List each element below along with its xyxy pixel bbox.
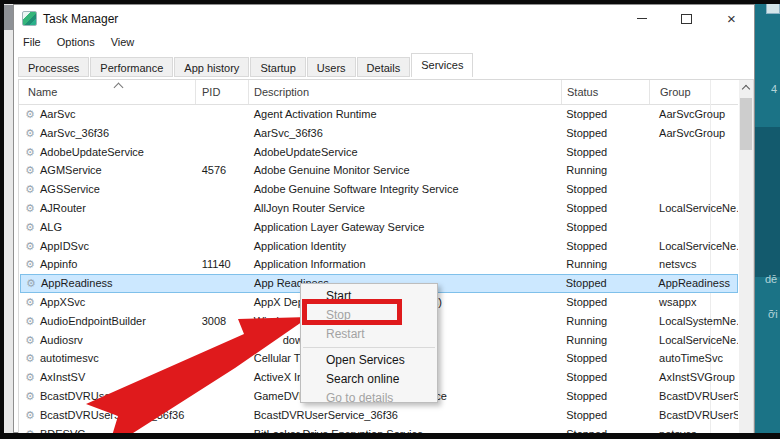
service-name: Appinfo [40, 255, 77, 274]
service-gear-icon: ⚙ [23, 105, 37, 124]
watermark-fragment: 4 [771, 83, 777, 95]
service-name: AudioEndpointBuilder [40, 312, 146, 331]
service-name-cell: ⚙AJRouter [20, 199, 196, 218]
service-group [649, 143, 738, 162]
service-status: Stopped [561, 387, 649, 406]
tab-performance[interactable]: Performance [90, 57, 173, 77]
service-row[interactable]: ⚙AarSvc_36f36 AarSvc_36f36 Stopped AarSv… [20, 124, 738, 143]
service-pid [196, 387, 249, 406]
close-button[interactable]: × [709, 5, 754, 32]
column-header-group[interactable]: Group [649, 80, 738, 104]
menu-bar: File Options View [14, 32, 142, 51]
maximize-button[interactable] [664, 5, 709, 32]
context-menu-item-go-to-details[interactable]: Go to details [301, 389, 437, 408]
service-name-cell: ⚙AGSService [20, 180, 196, 199]
service-name: AppXSvc [40, 293, 85, 312]
service-group: netsvcs [649, 255, 738, 274]
titlebar[interactable]: Task Manager × [14, 5, 754, 32]
tab-users[interactable]: Users [307, 57, 356, 77]
screenshot-canvas: 4 dē ỡi Task Manager × File Options View… [0, 0, 780, 439]
service-gear-icon: ⚙ [23, 237, 37, 256]
minimize-button[interactable] [619, 5, 664, 32]
service-group [649, 161, 738, 180]
service-name-cell: ⚙AppXSvc [20, 293, 196, 312]
service-status: Stopped [561, 180, 649, 199]
service-gear-icon: ⚙ [23, 406, 37, 425]
service-name-cell: ⚙AGMService [20, 161, 196, 180]
service-name-cell: ⚙AarSvc [20, 105, 196, 124]
tab-processes[interactable]: Processes [18, 57, 89, 77]
service-group: LocalServiceNe... [649, 199, 738, 218]
menu-options[interactable]: Options [49, 36, 103, 48]
service-row[interactable]: ⚙AppIDSvc Application Identity Stopped L… [20, 237, 738, 256]
close-icon: × [727, 11, 736, 26]
column-header-pid[interactable]: PID [195, 80, 248, 104]
context-menu-item-restart[interactable]: Restart [301, 325, 437, 344]
task-manager-icon [22, 11, 37, 26]
service-group: AarSvcGroup [649, 105, 738, 124]
service-name: AppIDSvc [40, 237, 89, 256]
service-name-cell: ⚙AarSvc_36f36 [20, 124, 196, 143]
service-name-cell: ⚙BcastDVRUserService [20, 387, 196, 406]
tab-services[interactable]: Services [411, 53, 473, 77]
maximize-icon [681, 14, 692, 24]
service-pid: 4576 [196, 161, 249, 180]
column-header-name[interactable]: Name [19, 80, 195, 104]
service-name-cell: ⚙BcastDVRUserService_36f36 [20, 406, 196, 425]
watermark-fragment: dē [765, 273, 777, 285]
service-name: AGMService [40, 161, 102, 180]
service-row[interactable]: ⚙AarSvc Agent Activation Runtime Stopped… [20, 105, 738, 124]
service-status: Running [561, 255, 649, 274]
column-header-status[interactable]: Status [561, 80, 649, 104]
service-description: Application Layer Gateway Service [249, 218, 562, 237]
menu-file[interactable]: File [14, 36, 49, 48]
column-header-description[interactable]: Description [248, 80, 561, 104]
tab-details[interactable]: Details [357, 57, 411, 77]
tab-app-history[interactable]: App history [174, 57, 249, 77]
context-menu-item-start[interactable]: Start [301, 287, 437, 306]
teal-background-dark-band [755, 127, 780, 277]
service-pid [196, 143, 249, 162]
service-group: BcastDVRUserS... [649, 406, 738, 425]
service-row[interactable]: ⚙BcastDVRUserService_36f36 BcastDVRUserS… [20, 406, 738, 425]
minimize-icon [637, 18, 647, 19]
vertical-scrollbar[interactable] [739, 80, 753, 433]
service-description: Agent Activation Runtime [249, 105, 562, 124]
frame-border-bottom [0, 433, 780, 439]
context-menu-item-stop[interactable]: Stop [301, 306, 437, 325]
menu-view[interactable]: View [103, 36, 143, 48]
service-row[interactable]: ⚙AJRouter AllJoyn Router Service Stopped… [20, 199, 738, 218]
service-pid [196, 349, 249, 368]
service-pid [196, 124, 249, 143]
service-status: Stopped [561, 199, 649, 218]
context-menu-item-open-services[interactable]: Open Services [301, 351, 437, 370]
table-header: Name PID Description Status Group [19, 80, 738, 105]
service-gear-icon: ⚙ [23, 161, 37, 180]
service-description: Adobe Genuine Monitor Service [249, 161, 562, 180]
service-row[interactable]: ⚙AdobeUpdateService AdobeUpdateService S… [20, 143, 738, 162]
scroll-up-button[interactable] [739, 80, 753, 95]
service-status: Running [561, 312, 649, 331]
context-menu-separator [303, 347, 435, 348]
service-row[interactable]: ⚙AGMService 4576 Adobe Genuine Monitor S… [20, 161, 738, 180]
service-name: AxInstSV [40, 368, 85, 387]
service-name: AdobeUpdateService [40, 143, 144, 162]
service-row[interactable]: ⚙Appinfo 11140 Application Information R… [20, 255, 738, 274]
service-row[interactable]: ⚙ALG Application Layer Gateway Service S… [20, 218, 738, 237]
service-description: Application Information [249, 255, 562, 274]
service-name: AarSvc [40, 105, 75, 124]
service-status: Stopped [561, 105, 649, 124]
service-description: Application Identity [249, 237, 562, 256]
scrollbar-thumb[interactable] [740, 98, 752, 150]
service-group: LocalServiceNe... [649, 331, 738, 350]
service-name-cell: ⚙AppIDSvc [20, 237, 196, 256]
watermark-fragment: ỡi [768, 308, 778, 320]
service-status: Stopped [561, 349, 649, 368]
service-name-cell: ⚙AxInstSV [20, 368, 196, 387]
service-gear-icon: ⚙ [23, 293, 37, 312]
service-group: AppReadiness [648, 275, 737, 292]
context-menu-item-search-online[interactable]: Search online [301, 370, 437, 389]
tab-startup[interactable]: Startup [250, 57, 305, 77]
service-row[interactable]: ⚙AGSService Adobe Genuine Software Integ… [20, 180, 738, 199]
service-group: autoTimeSvc [649, 349, 738, 368]
